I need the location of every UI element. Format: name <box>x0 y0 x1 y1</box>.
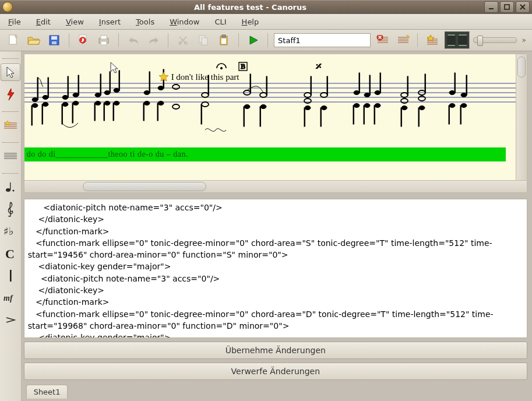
svg-point-95 <box>202 102 209 107</box>
tool-new-staff[interactable] <box>1 117 20 134</box>
toolbar-paste-button[interactable] <box>216 31 232 49</box>
score-horizontal-scrollbar[interactable] <box>24 181 527 193</box>
score-viewport[interactable]: B 𝄎 <box>24 54 527 181</box>
tool-dynamics[interactable]: mf <box>1 289 20 307</box>
menu-tools[interactable]: Tools <box>132 16 158 27</box>
tool-barline[interactable] <box>1 267 20 284</box>
tool-clef[interactable] <box>1 200 20 218</box>
staff-name-input[interactable] <box>274 33 371 47</box>
treble-clef-icon <box>6 202 15 217</box>
lyrics-text: do do di____________theoo ti de-o du – d… <box>27 150 188 159</box>
discard-changes-button[interactable]: Verwerfe Änderungen <box>24 363 527 380</box>
svg-point-128 <box>401 99 408 103</box>
left-toolstrip: ♯♭ C mf <box>0 51 22 401</box>
toolbar-export-pdf-button[interactable] <box>75 31 92 49</box>
svg-rect-124 <box>364 105 364 124</box>
svg-point-138 <box>461 93 467 97</box>
menu-window[interactable]: Window <box>166 16 203 27</box>
svg-rect-85 <box>143 103 144 121</box>
score-vertical-scrollbar-thumb[interactable] <box>517 57 526 78</box>
svg-rect-70 <box>110 72 110 93</box>
source-xml-view[interactable]: <diatonic-pitch note-name="3" accs="0"/>… <box>24 199 527 338</box>
toolbar-staff-delete-button[interactable] <box>374 31 391 49</box>
svg-rect-5 <box>52 41 57 44</box>
window-minimize-button[interactable] <box>484 1 498 13</box>
tool-pointer[interactable] <box>1 64 20 81</box>
common-time-icon: C <box>5 248 16 259</box>
svg-point-141 <box>461 104 467 108</box>
svg-rect-115 <box>359 73 360 93</box>
svg-point-99 <box>260 93 267 97</box>
toolbar-save-button[interactable] <box>45 31 62 49</box>
zoom-slider[interactable] <box>473 37 517 43</box>
redo-icon <box>148 36 160 45</box>
tool-time-signature[interactable]: C <box>1 245 20 262</box>
tool-insert-note[interactable] <box>1 86 20 103</box>
svg-text:C: C <box>5 248 15 259</box>
svg-point-134 <box>419 106 425 110</box>
svg-point-89 <box>220 67 222 69</box>
svg-rect-117 <box>369 75 370 95</box>
playback-counter <box>445 31 470 49</box>
svg-text:♯♭: ♯♭ <box>3 226 13 237</box>
tool-staff-lines[interactable] <box>1 147 20 165</box>
window-maximize-button[interactable] <box>500 1 514 13</box>
lightning-icon <box>6 88 15 101</box>
menu-help[interactable]: Help <box>238 16 263 27</box>
tool-accidentals[interactable]: ♯♭ <box>1 223 20 240</box>
svg-point-126 <box>401 93 408 97</box>
tab-sheet1[interactable]: Sheet1 <box>26 385 68 399</box>
star-icon <box>158 72 169 82</box>
score-horizontal-scrollbar-thumb[interactable] <box>83 182 206 191</box>
svg-rect-106 <box>311 76 311 95</box>
play-icon <box>249 36 258 45</box>
window-title: All features test - Canorus <box>194 3 306 12</box>
svg-rect-16 <box>222 35 226 37</box>
zoom-slider-thumb[interactable] <box>477 36 483 46</box>
svg-point-69 <box>104 91 110 95</box>
svg-point-53 <box>32 104 38 108</box>
svg-rect-133 <box>401 108 401 126</box>
menu-view[interactable]: View <box>62 16 87 27</box>
staff-delete-icon <box>376 35 389 45</box>
svg-rect-52 <box>37 78 38 100</box>
svg-point-110 <box>305 106 311 110</box>
toolbar-redo-button[interactable] <box>145 31 162 49</box>
menu-cli[interactable]: CLI <box>211 16 230 27</box>
lyrics-strip[interactable]: do do di____________theoo ti de-o du – d… <box>24 147 506 161</box>
toolbar-staff-star-button[interactable] <box>424 31 441 49</box>
tab-sheet1-label: Sheet1 <box>34 388 61 396</box>
accept-changes-button[interactable]: Übernehme Änderungen <box>24 342 527 359</box>
toolbar-print-button[interactable] <box>96 31 112 49</box>
svg-rect-143 <box>460 105 461 124</box>
menu-insert[interactable]: Insert <box>96 16 124 27</box>
toolbar-staff-add-button[interactable] <box>394 31 411 49</box>
svg-rect-96 <box>201 104 202 124</box>
folder-open-icon <box>27 35 40 45</box>
toolbar-undo-button[interactable] <box>125 31 142 49</box>
menu-edit[interactable]: Edit <box>33 16 54 27</box>
tool-note-value[interactable] <box>1 178 20 196</box>
window-close-button[interactable] <box>516 1 530 13</box>
svg-rect-56 <box>48 78 48 97</box>
svg-point-57 <box>43 103 48 107</box>
scissors-icon <box>178 35 188 45</box>
toolbar-open-button[interactable] <box>25 31 42 49</box>
staff-new-icon <box>3 121 17 130</box>
svg-point-112 <box>321 106 327 110</box>
discard-changes-label: Verwerfe Änderungen <box>231 367 320 376</box>
score-area[interactable]: B 𝄎 <box>24 54 516 180</box>
toolbar-new-button[interactable] <box>5 31 22 49</box>
score-annotation: I don't like this part <box>158 72 239 82</box>
toolbar-play-button[interactable] <box>245 31 262 49</box>
menu-file[interactable]: File <box>5 16 24 27</box>
svg-point-55 <box>43 96 48 100</box>
toolbar-overflow-button[interactable]: » <box>520 36 527 44</box>
tool-accent[interactable] <box>1 311 20 329</box>
svg-rect-40 <box>10 182 10 190</box>
accent-icon <box>5 316 16 323</box>
svg-rect-113 <box>320 108 321 126</box>
toolbar-copy-button[interactable] <box>195 31 212 49</box>
toolbar-cut-button[interactable] <box>174 31 191 49</box>
score-vertical-scrollbar[interactable] <box>516 54 527 180</box>
